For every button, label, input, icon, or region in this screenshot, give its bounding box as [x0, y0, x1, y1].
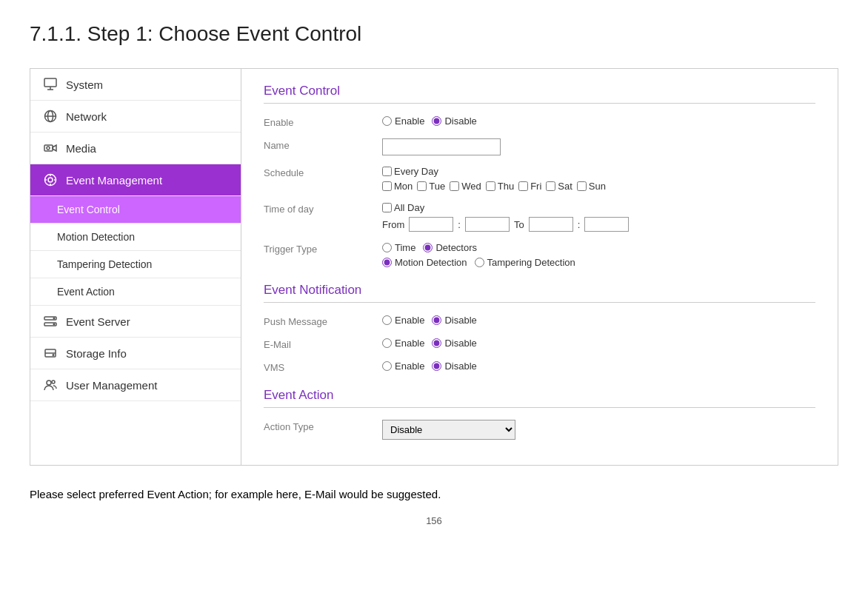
sidebar-item-user-management[interactable]: User Management: [30, 369, 241, 401]
enable-option-disable-label: Disable: [444, 115, 476, 127]
all-day-label[interactable]: All Day: [382, 202, 424, 213]
thu-text: Thu: [498, 181, 514, 192]
push-enable-radio[interactable]: [382, 315, 392, 325]
push-disable-radio[interactable]: [432, 315, 441, 325]
from-minute-input[interactable]: [465, 217, 510, 232]
sun-text: Sun: [589, 181, 606, 192]
trigger-tampering-radio[interactable]: [475, 258, 484, 267]
wed-text: Wed: [461, 181, 481, 192]
email-controls: Enable Disable: [382, 338, 477, 349]
every-day-group: Every Day: [382, 166, 606, 177]
mon-label[interactable]: Mon: [382, 181, 413, 192]
email-enable-label[interactable]: Enable: [382, 338, 424, 349]
sidebar-item-event-management[interactable]: Event Management: [30, 164, 241, 196]
every-day-label[interactable]: Every Day: [382, 166, 438, 177]
all-day-group: All Day: [382, 202, 629, 213]
main-container: System Network Media: [30, 68, 838, 466]
monitor-icon: [42, 76, 59, 93]
trigger-detectors-label[interactable]: Detectors: [423, 242, 477, 253]
push-disable-label[interactable]: Disable: [432, 315, 476, 326]
trigger-time-text: Time: [395, 242, 415, 253]
wed-label[interactable]: Wed: [450, 181, 481, 192]
trigger-tampering-label[interactable]: Tampering Detection: [475, 257, 575, 268]
trigger-tampering-text: Tampering Detection: [487, 257, 575, 268]
push-message-row: Push Message Enable Disable: [264, 315, 815, 327]
time-of-day-row: Time of day All Day From : To :: [264, 202, 815, 232]
email-label: E-Mail: [264, 338, 367, 350]
vms-enable-label[interactable]: Enable: [382, 361, 424, 372]
server-icon: [42, 313, 59, 329]
event-action-section: Event Action Action Type Disable Snapsho…: [264, 388, 815, 440]
name-input[interactable]: [382, 138, 501, 155]
thu-label[interactable]: Thu: [486, 181, 514, 192]
push-enable-label[interactable]: Enable: [382, 315, 424, 326]
sat-label[interactable]: Sat: [546, 181, 572, 192]
email-enable-radio[interactable]: [382, 338, 392, 348]
fri-label[interactable]: Fri: [518, 181, 541, 192]
fri-checkbox[interactable]: [518, 181, 528, 191]
email-enable-text: Enable: [395, 338, 424, 349]
push-message-group: Enable Disable: [382, 315, 477, 326]
svg-point-17: [53, 318, 55, 319]
name-row: Name: [264, 138, 815, 155]
svg-point-21: [53, 355, 54, 356]
wed-checkbox[interactable]: [450, 181, 459, 191]
email-group: Enable Disable: [382, 338, 477, 349]
all-day-checkbox[interactable]: [382, 203, 392, 212]
svg-rect-0: [44, 78, 56, 87]
enable-radio[interactable]: [382, 116, 392, 126]
sidebar-item-media[interactable]: Media: [30, 133, 241, 164]
enable-option-disable[interactable]: Disable: [432, 115, 476, 127]
sidebar-item-event-action[interactable]: Event Action: [30, 278, 241, 306]
trigger-motion-radio[interactable]: [382, 258, 392, 267]
to-hour-input[interactable]: [529, 217, 573, 232]
disable-radio[interactable]: [432, 116, 441, 126]
trigger-detectors-radio[interactable]: [423, 243, 433, 252]
action-type-select[interactable]: Disable Snapshot Record: [382, 420, 515, 440]
sidebar-item-motion-detection[interactable]: Motion Detection: [30, 224, 241, 251]
mon-text: Mon: [394, 181, 413, 192]
email-disable-label[interactable]: Disable: [432, 338, 476, 349]
trigger-motion-text: Motion Detection: [395, 257, 467, 268]
every-day-checkbox[interactable]: [382, 167, 392, 176]
to-minute-input[interactable]: [584, 217, 629, 232]
sidebar-item-event-server[interactable]: Event Server: [30, 306, 241, 338]
thu-checkbox[interactable]: [486, 181, 495, 191]
time-of-day-controls: All Day From : To :: [382, 202, 629, 232]
content-area: Event Control Enable Enable Disable: [241, 69, 838, 465]
sidebar-label-motion-detection: Motion Detection: [57, 231, 135, 243]
camera-icon: [42, 140, 59, 156]
trigger-motion-label[interactable]: Motion Detection: [382, 257, 467, 268]
every-day-text: Every Day: [394, 166, 438, 177]
sidebar-item-event-control[interactable]: Event Control: [30, 196, 241, 224]
sun-checkbox[interactable]: [577, 181, 587, 191]
vms-row: VMS Enable Disable: [264, 361, 815, 373]
from-label: From: [382, 219, 404, 230]
name-controls: [382, 138, 501, 155]
sidebar-item-network[interactable]: Network: [30, 101, 241, 133]
from-hour-input[interactable]: [409, 217, 453, 232]
sidebar-item-storage-info[interactable]: Storage Info: [30, 338, 241, 369]
tue-checkbox[interactable]: [417, 181, 427, 191]
sidebar-label-system: System: [66, 78, 103, 91]
sidebar-label-event-action: Event Action: [57, 286, 115, 298]
trigger-primary-group: Time Detectors: [382, 242, 575, 253]
vms-disable-label[interactable]: Disable: [432, 361, 476, 372]
sat-text: Sat: [558, 181, 572, 192]
email-disable-radio[interactable]: [432, 338, 441, 348]
sun-label[interactable]: Sun: [577, 181, 606, 192]
svg-point-18: [53, 324, 55, 325]
schedule-label: Schedule: [264, 166, 367, 178]
trigger-time-label[interactable]: Time: [382, 242, 415, 253]
tue-label[interactable]: Tue: [417, 181, 445, 192]
enable-option-enable[interactable]: Enable: [382, 115, 424, 127]
mon-checkbox[interactable]: [382, 181, 392, 191]
sidebar-item-system[interactable]: System: [30, 69, 241, 101]
vms-group: Enable Disable: [382, 361, 477, 372]
sat-checkbox[interactable]: [546, 181, 555, 191]
svg-rect-6: [44, 145, 53, 151]
vms-disable-radio[interactable]: [432, 361, 441, 371]
trigger-time-radio[interactable]: [382, 243, 392, 252]
vms-enable-radio[interactable]: [382, 361, 392, 371]
sidebar-item-tampering-detection[interactable]: Tampering Detection: [30, 251, 241, 278]
